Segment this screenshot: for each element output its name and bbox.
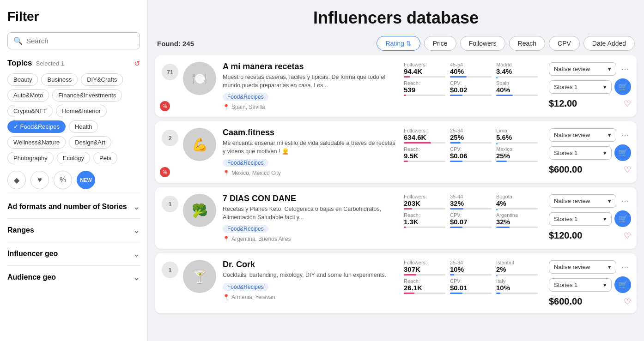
- stories-chevron-3: ▾: [603, 281, 607, 288]
- more-btn-1[interactable]: ⋯: [619, 128, 631, 142]
- filter-influencer-geo[interactable]: Influencer geo⌄: [7, 242, 140, 265]
- stat-cpv-0: CPV: $0.02: [450, 80, 492, 96]
- stories-dropdown-0[interactable]: Stories 1 ▾: [549, 80, 612, 94]
- ad-format-dropdown-3[interactable]: Native review ▾: [549, 260, 616, 274]
- chevron-icon-audience-geo: ⌄: [133, 272, 140, 282]
- influencer-desc-0: Muestro recetas caseras, fáciles y típic…: [223, 73, 397, 90]
- tag-diy[interactable]: DIY&Crafts: [81, 73, 123, 86]
- favorite-btn-0[interactable]: ♡: [624, 99, 631, 109]
- info-1: Caam.fitness Me encanta enseñar mi estil…: [223, 128, 397, 176]
- tag-photo[interactable]: Photography: [7, 152, 54, 164]
- found-label: Found: 245: [157, 40, 194, 48]
- discount-badge-1: %: [160, 167, 170, 177]
- discount-badge-0: %: [160, 101, 170, 111]
- sort-btn-reach[interactable]: Reach: [509, 36, 545, 51]
- filter-audience-geo[interactable]: Audience geo⌄: [7, 265, 140, 289]
- influencer-card-1: 2 💪 Caam.fitness Me encanta enseñar mi e…: [155, 121, 637, 183]
- favorite-btn-3[interactable]: ♡: [624, 297, 631, 307]
- favorite-btn-1[interactable]: ♡: [624, 165, 631, 175]
- price-0: $12.00: [549, 98, 577, 109]
- buy-btn-3[interactable]: 🛒: [614, 276, 631, 293]
- tag-pets[interactable]: Pets: [93, 152, 117, 164]
- stat-country-1: Mexico 25%: [496, 146, 538, 162]
- search-icon: 🔍: [13, 36, 23, 45]
- tag-ecology[interactable]: Ecology: [57, 152, 90, 164]
- topic-pill-2[interactable]: Food&Recipes: [223, 225, 268, 233]
- tag-beauty[interactable]: Beauty: [7, 73, 38, 86]
- tag-auto[interactable]: Auto&Moto: [7, 89, 49, 102]
- icon-btn-new[interactable]: NEW: [77, 171, 95, 189]
- stat-reach-3: Reach: 26.1K: [404, 278, 445, 294]
- influencer-desc-2: Recetas y Planes Keto, Cetogenica o baja…: [223, 205, 397, 221]
- sort-btn-price[interactable]: Price: [424, 36, 456, 51]
- stories-dropdown-2[interactable]: Stories 1 ▾: [549, 212, 612, 226]
- avatar-0: 🍽️: [183, 62, 216, 95]
- sort-btn-date_added[interactable]: Date Added: [583, 36, 635, 51]
- more-btn-3[interactable]: ⋯: [619, 260, 631, 274]
- buy-btn-2[interactable]: 🛒: [614, 210, 631, 227]
- dropdown-chevron-2: ▾: [608, 197, 611, 204]
- rank-badge-1: 2: [162, 130, 178, 146]
- tag-home[interactable]: Home&Interior: [56, 105, 107, 117]
- stats-0: Followers: 94.4K 45-54 40% Madrid 3.4% R…: [397, 62, 544, 110]
- filter-ad-formats[interactable]: Ad formats and number of Stories⌄: [7, 195, 140, 218]
- buy-btn-0[interactable]: 🛒: [614, 78, 631, 95]
- influencer-name-1: Caam.fitness: [223, 128, 397, 138]
- toolbar: Found: 245 Rating ⇅PriceFollowersReachCP…: [148, 32, 644, 55]
- main-header: Influencers database: [148, 0, 644, 32]
- stat-followers-1: Followers: 634.6K: [404, 128, 445, 144]
- tag-health[interactable]: Health: [69, 120, 98, 133]
- stat-city-3: Istanbul 2%: [496, 260, 538, 275]
- topic-pill-0[interactable]: Food&Recipes: [223, 93, 268, 101]
- tag-crypto[interactable]: Crypto&NFT: [7, 105, 53, 117]
- tag-food[interactable]: ✓ Food&Recipes: [7, 120, 66, 133]
- tag-business[interactable]: Business: [41, 73, 78, 86]
- sort-btn-rating[interactable]: Rating ⇅: [377, 36, 420, 51]
- stat-country-3: Italy 10%: [496, 278, 538, 294]
- topics-header: Topics Selected 1 ↺: [7, 59, 140, 68]
- stat-followers-3: Followers: 307K: [404, 260, 445, 275]
- stories-dropdown-1[interactable]: Stories 1 ▾: [549, 146, 612, 160]
- stat-age-1: 25-34 25%: [450, 128, 492, 144]
- info-3: Dr. Cork Cocktails, bartending, mixology…: [223, 260, 397, 307]
- location-0: 📍Spain, Sevilla: [223, 104, 397, 110]
- influencer-desc-3: Cocktails, bartending, mixology, DIY and…: [223, 271, 397, 280]
- stat-reach-0: Reach: 539: [404, 80, 445, 96]
- location-icon-2: 📍: [223, 236, 230, 242]
- stat-city-0: Madrid 3.4%: [496, 62, 538, 78]
- tag-wellness[interactable]: Wellness&Nature: [7, 136, 66, 149]
- icon-btn-percent[interactable]: %: [54, 171, 72, 189]
- sort-btn-cpv[interactable]: CPV: [549, 36, 580, 51]
- topics-reset-icon[interactable]: ↺: [134, 59, 140, 68]
- search-box[interactable]: 🔍: [7, 32, 140, 49]
- rank-badge-3: 1: [162, 262, 178, 278]
- rank-badge-2: 1: [162, 196, 178, 212]
- icon-btn-diamond[interactable]: ◆: [7, 171, 26, 189]
- more-btn-0[interactable]: ⋯: [619, 62, 631, 76]
- stats-3: Followers: 307K 25-34 10% Istanbul 2% Re…: [397, 260, 544, 307]
- location-1: 📍Mexico, Mexico City: [223, 170, 397, 176]
- stat-country-0: Spain 40%: [496, 80, 538, 96]
- tag-finance[interactable]: Finance&Investments: [52, 89, 122, 102]
- filter-label-ad-formats: Ad formats and number of Stories: [7, 203, 127, 211]
- topic-pill-3[interactable]: Food&Recipes: [223, 283, 268, 291]
- stories-dropdown-3[interactable]: Stories 1 ▾: [549, 278, 612, 292]
- topics-label: Topics: [7, 59, 32, 68]
- sort-btn-followers[interactable]: Followers: [460, 36, 505, 51]
- ad-format-dropdown-0[interactable]: Native review ▾: [549, 62, 616, 76]
- avatar-1: 💪: [183, 128, 216, 161]
- favorite-btn-2[interactable]: ♡: [624, 231, 631, 241]
- filters-container: Ad formats and number of Stories⌄Ranges⌄…: [7, 195, 140, 289]
- ad-format-dropdown-2[interactable]: Native review ▾: [549, 194, 616, 208]
- buy-btn-1[interactable]: 🛒: [614, 144, 631, 161]
- dropdown-chevron-1: ▾: [608, 132, 611, 138]
- search-input[interactable]: [26, 37, 134, 45]
- ad-format-dropdown-1[interactable]: Native review ▾: [549, 128, 616, 142]
- tag-design[interactable]: Design&Art: [69, 136, 111, 149]
- influencer-name-0: A mi manera recetas: [223, 62, 397, 72]
- more-btn-2[interactable]: ⋯: [619, 194, 631, 208]
- filter-ranges[interactable]: Ranges⌄: [7, 218, 140, 242]
- icon-bar: ◆♥%NEW: [7, 171, 140, 189]
- topic-pill-1[interactable]: Food&Recipes: [223, 159, 268, 167]
- icon-btn-heart[interactable]: ♥: [30, 171, 49, 189]
